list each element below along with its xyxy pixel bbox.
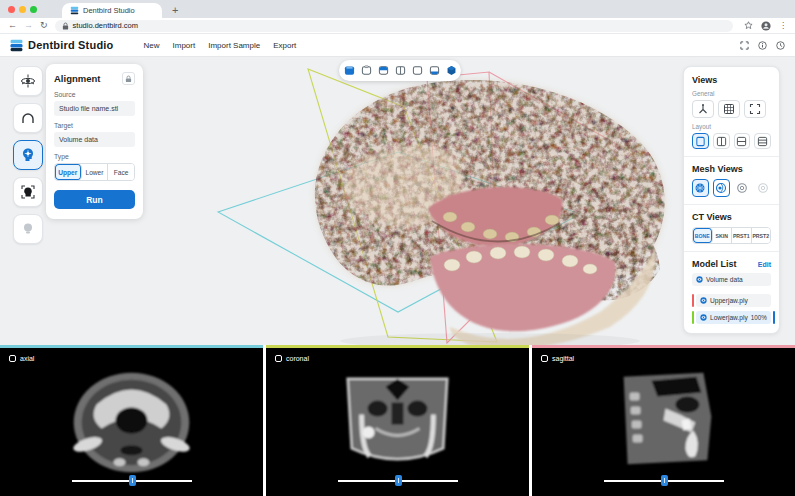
back-icon[interactable]: ← bbox=[8, 21, 17, 30]
tool-orientation-button[interactable] bbox=[13, 66, 43, 96]
panel-expand-icon[interactable] bbox=[541, 355, 548, 362]
grid-icon bbox=[723, 103, 735, 115]
alignment-lock-button[interactable] bbox=[122, 72, 135, 85]
app-logo[interactable]: Dentbird Studio bbox=[10, 39, 114, 52]
panel-expand-icon[interactable] bbox=[9, 355, 16, 362]
close-window-icon[interactable] bbox=[8, 6, 15, 13]
star-icon[interactable] bbox=[744, 21, 753, 30]
model-item-label: Volume data bbox=[706, 276, 743, 283]
layout-two-vertical-icon bbox=[716, 136, 727, 147]
coronal-slice-slider[interactable] bbox=[338, 475, 458, 486]
alignment-title: Alignment bbox=[54, 73, 100, 84]
layout-two-vertical-button[interactable] bbox=[713, 133, 730, 149]
tool-smile-button[interactable] bbox=[13, 214, 43, 244]
favicon-layers-icon bbox=[70, 6, 79, 15]
browser-tab[interactable]: Dentbird Studio bbox=[62, 3, 162, 18]
run-button[interactable]: Run bbox=[54, 190, 135, 209]
mesh-smooth-button[interactable] bbox=[713, 179, 730, 197]
lower-band-icon[interactable] bbox=[429, 65, 440, 76]
marquee-icon bbox=[749, 103, 761, 115]
axial-label: axial bbox=[20, 355, 34, 362]
axes-view-button[interactable] bbox=[692, 100, 714, 118]
smile-lamp-icon bbox=[20, 221, 36, 237]
upper-jaw-outline-icon[interactable] bbox=[361, 65, 372, 76]
main-menu: New Import Import Sample Export bbox=[144, 41, 297, 50]
3d-viewport[interactable]: Alignment Source Studio file name.stl Ta… bbox=[0, 57, 795, 345]
slider-handle[interactable] bbox=[395, 475, 402, 486]
menu-export[interactable]: Export bbox=[273, 41, 296, 50]
sagittal-slice-slider[interactable] bbox=[604, 475, 724, 486]
face-scan-icon bbox=[20, 184, 36, 200]
avatar-icon[interactable] bbox=[761, 21, 771, 31]
lock-icon bbox=[62, 22, 69, 30]
history-icon[interactable] bbox=[776, 41, 785, 50]
dental-arch-icon bbox=[20, 110, 36, 126]
type-option-face[interactable]: Face bbox=[108, 164, 134, 180]
tool-arch-button[interactable] bbox=[13, 103, 43, 133]
visibility-icon[interactable] bbox=[700, 314, 707, 321]
slider-handle[interactable] bbox=[129, 475, 136, 486]
tool-head-alignment-button[interactable] bbox=[13, 140, 43, 170]
forward-icon[interactable]: → bbox=[24, 21, 33, 30]
sagittal-view-panel[interactable]: sagittal bbox=[532, 345, 795, 496]
address-bar[interactable]: studio.dentbird.com bbox=[55, 20, 733, 32]
window-controls[interactable] bbox=[0, 0, 44, 18]
mesh-wire-button[interactable] bbox=[692, 179, 709, 197]
ct-slice-row: axial coronal bbox=[0, 345, 795, 496]
volume-solid-icon[interactable] bbox=[446, 65, 457, 76]
opacity-slider[interactable] bbox=[773, 311, 775, 324]
ct-option-bone[interactable]: BONE bbox=[693, 228, 713, 243]
target-field[interactable]: Volume data bbox=[54, 132, 135, 147]
layout-single-button[interactable] bbox=[692, 133, 709, 149]
model-item-label: Upperjaw.ply bbox=[710, 297, 748, 304]
menu-import[interactable]: Import bbox=[173, 41, 196, 50]
general-label: General bbox=[692, 90, 771, 97]
source-label: Source bbox=[54, 91, 135, 98]
viewport-toolbar bbox=[339, 60, 461, 81]
axes-icon bbox=[697, 103, 709, 115]
visibility-icon[interactable] bbox=[700, 297, 707, 304]
model-item-upperjaw[interactable]: Upperjaw.ply bbox=[696, 294, 771, 307]
ct-option-skin[interactable]: SKIN bbox=[713, 228, 733, 243]
model-list-edit-link[interactable]: Edit bbox=[758, 261, 771, 268]
reload-icon[interactable]: ↻ bbox=[40, 21, 48, 30]
panel-expand-icon[interactable] bbox=[275, 355, 282, 362]
upper-half-filled-icon[interactable] bbox=[378, 65, 389, 76]
kebab-menu-icon[interactable]: ⋮ bbox=[779, 22, 787, 30]
source-field[interactable]: Studio file name.stl bbox=[54, 101, 135, 116]
jaws-solid-icon[interactable] bbox=[344, 65, 355, 76]
coronal-view-panel[interactable]: coronal bbox=[266, 345, 529, 496]
coronal-label: coronal bbox=[286, 355, 309, 362]
visibility-icon[interactable] bbox=[696, 276, 703, 283]
axial-view-panel[interactable]: axial bbox=[0, 345, 263, 496]
layout-label: Layout bbox=[692, 123, 771, 130]
layout-single-icon bbox=[695, 136, 706, 147]
lock-icon bbox=[125, 75, 132, 83]
new-tab-button[interactable]: + bbox=[172, 5, 178, 16]
expand-icon[interactable] bbox=[740, 41, 749, 50]
maximize-window-icon[interactable] bbox=[30, 6, 37, 13]
marquee-view-button[interactable] bbox=[744, 100, 766, 118]
jaw-split-icon[interactable] bbox=[395, 65, 406, 76]
ct-option-prst1[interactable]: PRST1 bbox=[732, 228, 752, 243]
info-icon[interactable] bbox=[758, 41, 767, 50]
layout-two-horizontal-button[interactable] bbox=[734, 133, 751, 149]
menu-new[interactable]: New bbox=[144, 41, 160, 50]
mesh-disabled-button[interactable] bbox=[754, 179, 771, 197]
ct-option-prst2[interactable]: PRST2 bbox=[752, 228, 771, 243]
orientation-gyro-icon bbox=[20, 73, 36, 89]
jaw-outline-icon[interactable] bbox=[412, 65, 423, 76]
mesh-matcap-button[interactable] bbox=[734, 179, 751, 197]
type-option-lower[interactable]: Lower bbox=[82, 164, 109, 180]
menu-import-sample[interactable]: Import Sample bbox=[208, 41, 260, 50]
model-item-volume-data[interactable]: Volume data bbox=[692, 273, 771, 286]
grid-view-button[interactable] bbox=[718, 100, 740, 118]
model-item-lowerjaw[interactable]: Lowerjaw.ply 100% bbox=[696, 311, 771, 324]
slider-handle[interactable] bbox=[661, 475, 668, 486]
type-option-upper[interactable]: Upper bbox=[55, 164, 82, 180]
tool-face-scan-button[interactable] bbox=[13, 177, 43, 207]
minimize-window-icon[interactable] bbox=[19, 6, 26, 13]
layout-three-button[interactable] bbox=[754, 133, 771, 149]
axial-slice-slider[interactable] bbox=[72, 475, 192, 486]
axial-slice-image bbox=[0, 348, 263, 496]
